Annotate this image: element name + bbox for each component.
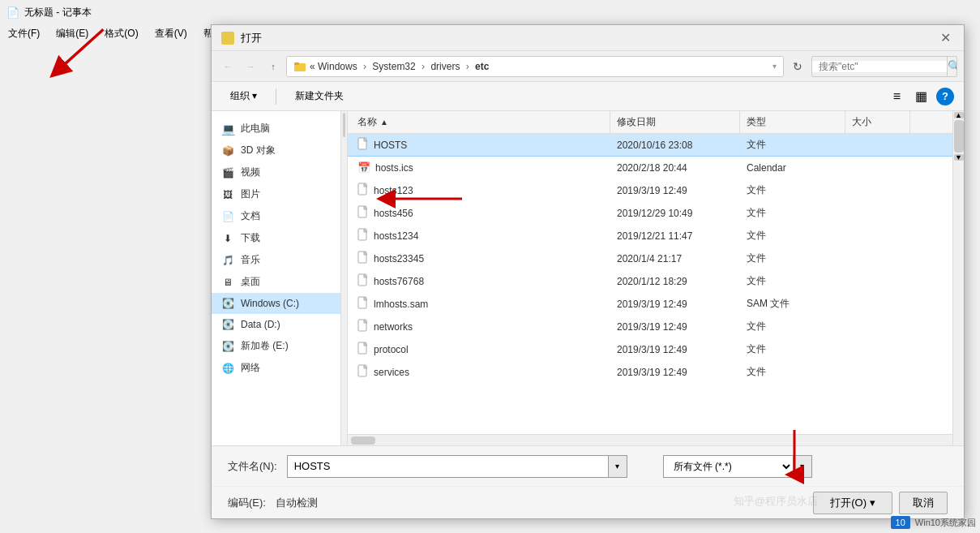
sidebar-label-video: 视频 [241,165,260,179]
file-icon: 📅 [357,161,370,174]
col-header-size[interactable]: 大小 [845,111,910,133]
sidebar-label-desktop: 桌面 [241,275,260,289]
file-icon [357,296,369,312]
toolbar: 组织 ▾ 新建文件夹 ≡ ▦ ? [212,82,964,111]
sidebar-item-video[interactable]: 🎬 视频 [212,161,340,183]
dialog-close-button[interactable]: ✕ [936,29,954,47]
cancel-button[interactable]: 取消 [899,492,948,514]
table-row[interactable]: services2019/3/19 12:49文件 [348,361,952,384]
search-box: 🔍 [811,56,957,77]
music-icon: 🎵 [221,254,234,267]
file-icon [357,364,369,380]
new-folder-button[interactable]: 新建文件夹 [286,86,353,107]
table-row[interactable]: hosts12342019/12/21 11:47文件 [348,225,952,247]
sidebar-item-download[interactable]: ⬇ 下载 [212,227,340,249]
file-type-cell: 文件 [740,251,845,265]
file-name-cell: protocol [351,342,610,357]
table-row[interactable]: 📅hosts.ics2020/2/18 20:44Calendar [348,157,952,179]
back-button[interactable]: ← [218,57,238,76]
sidebar-label-drive-c: Windows (C:) [241,298,299,309]
file-type-cell: 文件 [740,229,845,243]
file-date-cell: 2019/3/19 12:49 [610,367,740,378]
organize-button[interactable]: 组织 ▾ [221,86,266,107]
col-date-label: 修改日期 [617,115,656,129]
sidebar-item-image[interactable]: 🖼 图片 [212,183,340,205]
table-row[interactable]: hosts4562019/12/29 10:49文件 [348,202,952,225]
table-row[interactable]: HOSTS2020/10/16 23:08文件 [348,134,952,157]
file-date-cell: 2019/3/19 12:49 [610,321,740,333]
filename-input[interactable] [287,455,608,478]
bottom-bar-filename: 文件名(N): ▾ 所有文件 (*.*) ▾ [212,445,964,486]
sidebar-item-desktop[interactable]: 🖥 桌面 [212,271,340,293]
file-name-text: services [374,367,409,378]
menu-edit[interactable]: 编辑(E) [51,25,93,42]
file-list: HOSTS2020/10/16 23:08文件📅hosts.ics2020/2/… [348,134,952,434]
sidebar-item-music[interactable]: 🎵 音乐 [212,249,340,271]
sidebar-label-image: 图片 [241,187,260,201]
menu-file[interactable]: 文件(F) [3,25,45,42]
dialog-folder-icon [221,32,234,45]
watermark-badge: 10 [891,516,910,529]
encoding-value: 自动检测 [276,496,318,510]
file-date-cell: 2019/3/19 12:49 [610,299,740,310]
file-name-cell: networks [351,319,610,334]
sidebar-item-drive-e[interactable]: 💽 新加卷 (E:) [212,335,340,357]
menu-format[interactable]: 格式(O) [100,25,143,42]
filetype-select[interactable]: 所有文件 (*.*) [663,455,793,478]
sidebar-label-network: 网络 [241,361,260,375]
filename-label: 文件名(N): [228,459,277,474]
file-name-text: hosts1234 [374,230,418,242]
open-button[interactable]: 打开(O) ▾ [813,492,892,514]
path-label: « Windows › System32 › drivers › etc [310,61,489,72]
file-name-text: HOSTS [374,140,407,151]
address-path[interactable]: « Windows › System32 › drivers › etc ▾ [286,56,784,77]
sidebar-item-3d[interactable]: 📦 3D 对象 [212,140,340,161]
file-type-cell: SAM 文件 [740,297,845,311]
file-name-text: lmhosts.sam [374,299,428,310]
file-name-text: hosts.ics [375,162,413,174]
table-row[interactable]: lmhosts.sam2019/3/19 12:49SAM 文件 [348,293,952,316]
help-button[interactable]: ? [936,88,954,105]
table-row[interactable]: protocol2019/3/19 12:49文件 [348,338,952,361]
horizontal-scrollbar[interactable] [348,434,952,445]
sidebar-item-drive-c[interactable]: 💽 Windows (C:) [212,293,340,314]
sidebar-item-drive-d[interactable]: 💽 Data (D:) [212,314,340,335]
file-name-text: networks [374,321,413,333]
table-row[interactable]: hosts767682020/1/12 18:29文件 [348,270,952,293]
menu-view[interactable]: 查看(V) [150,25,192,42]
sidebar-item-computer[interactable]: 💻 此电脑 [212,118,340,140]
filetype-dropdown-button[interactable]: ▾ [793,455,812,478]
search-button[interactable]: 🔍 [947,56,957,77]
file-icon [357,228,369,243]
sidebar-item-network[interactable]: 🌐 网络 [212,357,340,379]
col-header-type[interactable]: 类型 [740,111,845,133]
drive-c-icon: 💽 [221,297,234,310]
file-date-cell: 2019/3/19 12:49 [610,185,740,196]
search-input[interactable] [812,61,947,72]
col-header-name[interactable]: 名称 ▲ [351,111,610,133]
table-row[interactable]: hosts1232019/3/19 12:49文件 [348,179,952,202]
watermark-text: Win10系统家园 [915,517,976,529]
forward-button[interactable]: → [241,57,260,76]
table-row[interactable]: hosts233452020/1/4 21:17文件 [348,247,952,270]
sidebar-item-doc[interactable]: 📄 文档 [212,205,340,227]
file-icon [357,183,369,198]
sort-arrow: ▲ [380,118,388,127]
col-header-date[interactable]: 修改日期 [610,111,740,133]
dialog-action-buttons: 打开(O) ▾ 取消 [813,492,948,514]
filelist-scrollbar[interactable]: ▲ ▼ [952,111,964,445]
file-icon [357,251,369,266]
filename-dropdown-button[interactable]: ▾ [608,455,627,478]
preview-button[interactable]: ▦ [909,86,933,107]
sidebar-scrollbar[interactable] [341,111,348,445]
file-icon [357,342,369,357]
bottom-bar-encoding: 编码(E): 自动检测 打开(O) ▾ 取消 [212,486,964,518]
watermark-bottom: 10 Win10系统家园 [891,516,976,529]
view-mode-button[interactable]: ≡ [888,86,906,107]
table-row[interactable]: networks2019/3/19 12:49文件 [348,316,952,338]
file-name-text: hosts23345 [374,253,424,264]
refresh-button[interactable]: ↻ [787,56,808,77]
file-date-cell: 2020/1/12 18:29 [610,276,740,287]
up-button[interactable]: ↑ [263,57,283,76]
file-type-cell: 文件 [740,138,845,152]
